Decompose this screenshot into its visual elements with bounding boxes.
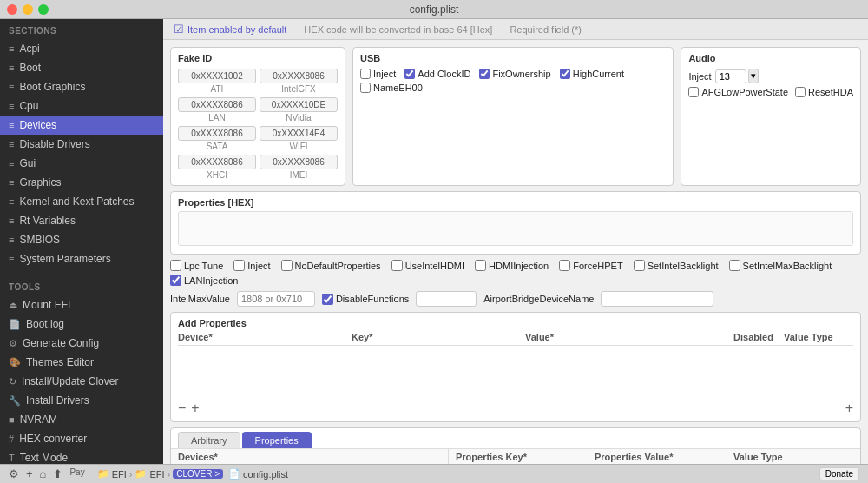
set-intel-backlight-checkbox[interactable]	[634, 260, 645, 271]
maximize-button[interactable]	[38, 4, 49, 15]
sidebar-item-cpu[interactable]: ≡ Cpu	[0, 96, 163, 116]
cb-lan-injection[interactable]: LANInjection	[170, 275, 238, 286]
disable-functions-label[interactable]: DisableFunctions	[322, 294, 409, 305]
add-props-corner-plus[interactable]: +	[845, 400, 853, 416]
use-intel-hdmi-checkbox[interactable]	[391, 260, 403, 271]
add-props-body	[178, 346, 853, 398]
lan-injection-checkbox[interactable]	[170, 275, 181, 286]
no-default-props-checkbox[interactable]	[281, 260, 293, 271]
sidebar-item-nvram[interactable]: ■ NVRAM	[0, 410, 163, 429]
usb-inject-checkbox[interactable]	[360, 69, 371, 79]
usb-fixownership-label[interactable]: FixOwnership	[479, 69, 550, 79]
fake-id-lan-input[interactable]	[178, 97, 256, 112]
sidebar-item-mount-efi[interactable]: ⏏ Mount EFI	[0, 295, 163, 314]
sidebar-item-install-drivers[interactable]: 🔧 Install Drivers	[0, 391, 163, 410]
airport-input[interactable]	[601, 291, 713, 307]
sidebar-item-disable-drivers[interactable]: ≡ Disable Drivers	[0, 135, 163, 154]
fake-id-grid: ATI IntelGFX LAN NVidia	[178, 69, 338, 180]
fake-id-ati-input[interactable]	[178, 69, 256, 83]
props-val-header: Properties Value*	[595, 452, 733, 462]
settings-icon[interactable]: ⚙	[9, 467, 19, 480]
add-file-icon[interactable]: +	[26, 467, 33, 480]
cb-hdmi-injection[interactable]: HDMIInjection	[475, 260, 549, 271]
intel-max-input[interactable]	[237, 291, 315, 307]
sidebar-item-kernel-kext[interactable]: ≡ Kernel and Kext Patches	[0, 192, 163, 211]
audio-afglow-label[interactable]: AFGLowPowerState	[688, 87, 788, 97]
fake-id-wifi-input[interactable]	[260, 126, 338, 141]
minimize-button[interactable]	[23, 4, 33, 15]
home-icon[interactable]: ⌂	[40, 467, 47, 480]
fake-id-intelgfx-input[interactable]	[260, 69, 338, 83]
audio-resethda-checkbox[interactable]	[795, 87, 806, 97]
disable-functions-input[interactable]	[416, 291, 477, 307]
usb-checkboxes: Inject Add ClockID FixOwnership Hig	[360, 69, 666, 93]
sidebar-item-text-mode[interactable]: T Text Mode	[0, 448, 163, 464]
bc-efi-text[interactable]: EFI	[112, 469, 127, 480]
fake-id-sata-input[interactable]	[178, 126, 256, 141]
bc-clover-text[interactable]: CLOVER >	[173, 469, 223, 479]
cb-no-default-props[interactable]: NoDefaultProperties	[281, 260, 381, 271]
cb-force-hpet[interactable]: ForceHPET	[559, 260, 622, 271]
tab-properties[interactable]: Properties	[242, 432, 312, 448]
sidebar-item-generate-config[interactable]: ⚙ Generate Config	[0, 334, 163, 353]
paypal-icon[interactable]: Pay	[69, 467, 84, 480]
sidebar-item-system-params[interactable]: ≡ System Parameters	[0, 249, 163, 268]
usb-highcurrent-checkbox[interactable]	[560, 69, 570, 79]
audio-resethda-label[interactable]: ResetHDA	[795, 87, 853, 97]
list-icon: ≡	[9, 215, 14, 226]
sidebar-item-boot-log[interactable]: 📄 Boot.log	[0, 314, 163, 334]
usb-inject-label[interactable]: Inject	[360, 69, 396, 79]
cb-set-intel-max-backlight[interactable]: SetIntelMaxBacklight	[729, 260, 832, 271]
audio-dropdown-btn[interactable]: ▾	[748, 69, 759, 83]
add-properties-box: Add Properties Device* Key* Value* Disab…	[170, 312, 861, 422]
properties-hex-title: Properties [HEX]	[178, 197, 853, 208]
usb-add-clockid-label[interactable]: Add ClockID	[404, 69, 470, 79]
fake-id-sata-label: SATA	[207, 142, 228, 151]
cb-set-intel-backlight[interactable]: SetIntelBacklight	[634, 260, 719, 271]
sidebar-item-smbios[interactable]: ≡ SMBIOS	[0, 230, 163, 249]
sidebar-item-hex-converter[interactable]: # HEX converter	[0, 429, 163, 448]
tab-arbitrary[interactable]: Arbitrary	[178, 432, 240, 448]
audio-inject-value[interactable]	[715, 69, 746, 83]
add-props-minus-btn[interactable]: −	[178, 400, 186, 416]
set-intel-backlight-label: SetIntelBacklight	[648, 261, 719, 271]
add-props-plus-btn[interactable]: +	[191, 400, 199, 416]
usb-nameeh00-checkbox[interactable]	[360, 83, 371, 93]
sidebar-item-boot-graphics[interactable]: ≡ Boot Graphics	[0, 77, 163, 96]
sidebar-item-gui[interactable]: ≡ Gui	[0, 154, 163, 173]
sidebar-item-acpi[interactable]: ≡ Acpi	[0, 39, 163, 58]
lpc-tune-checkbox[interactable]	[170, 260, 181, 271]
disable-functions-checkbox[interactable]	[322, 294, 333, 305]
cb-lpc-tune[interactable]: Lpc Tune	[170, 260, 223, 271]
sidebar-item-themes-editor[interactable]: 🎨 Themes Editor	[0, 353, 163, 372]
close-button[interactable]	[7, 4, 17, 15]
cb-use-intel-hdmi[interactable]: UseIntelHDMI	[391, 260, 464, 271]
sidebar-item-rt-vars[interactable]: ≡ Rt Variables	[0, 211, 163, 230]
usb-fixownership-checkbox[interactable]	[479, 69, 490, 79]
cb-inject[interactable]: Inject	[233, 260, 270, 271]
usb-highcurrent-label[interactable]: HighCurrent	[560, 69, 624, 79]
hdmi-injection-checkbox[interactable]	[475, 260, 486, 271]
properties-hex-textarea[interactable]	[178, 211, 853, 246]
usb-add-clockid-checkbox[interactable]	[404, 69, 415, 79]
set-intel-max-backlight-checkbox[interactable]	[729, 260, 740, 271]
donate-button[interactable]: Donate	[819, 467, 859, 480]
sidebar-item-devices[interactable]: ≡ Devices	[0, 116, 163, 135]
share-icon[interactable]: ⬆	[53, 467, 62, 480]
col-value-header: Value*	[525, 332, 723, 342]
force-hpet-checkbox[interactable]	[559, 260, 570, 271]
sidebar-item-graphics[interactable]: ≡ Graphics	[0, 173, 163, 192]
props-key-header: Properties Key*	[456, 452, 595, 462]
audio-afglow-checkbox[interactable]	[688, 87, 699, 97]
usb-nameeh00-label[interactable]: NameEH00	[360, 83, 423, 93]
fake-id-nvidia-input[interactable]	[260, 97, 338, 112]
content-area: ☑ Item enabled by default HEX code will …	[163, 19, 868, 464]
bc-efi2-text[interactable]: EFI	[149, 469, 164, 480]
inject-checkbox[interactable]	[233, 260, 245, 271]
fake-id-xhci-input[interactable]	[178, 155, 256, 169]
lpc-tune-label: Lpc Tune	[184, 261, 223, 271]
fake-id-imei-input[interactable]	[260, 155, 338, 169]
sidebar-item-install-update[interactable]: ↻ Install/Update Clover	[0, 372, 163, 391]
list-icon: ≡	[9, 139, 14, 149]
sidebar-item-boot[interactable]: ≡ Boot	[0, 58, 163, 77]
